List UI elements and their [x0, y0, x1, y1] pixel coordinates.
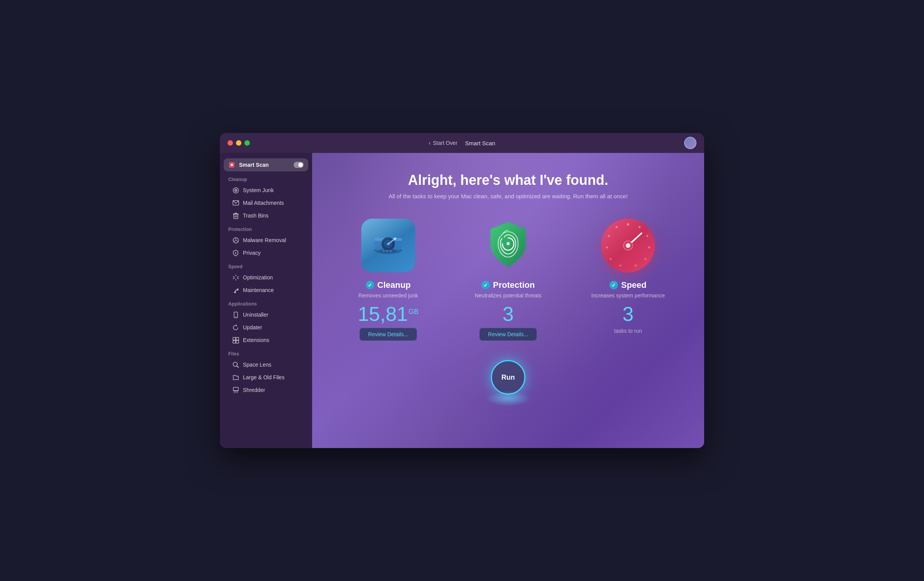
cleanup-title-row: ✓ Cleanup — [366, 280, 411, 290]
speed-check-icon: ✓ — [610, 281, 618, 289]
system-junk-icon — [232, 187, 239, 194]
sidebar-item-trash-bins[interactable]: Trash Bins — [224, 209, 308, 222]
svg-point-47 — [384, 240, 392, 248]
sidebar-item-extensions[interactable]: Extensions — [224, 334, 308, 346]
smart-scan-icon — [228, 161, 235, 168]
svg-point-64 — [606, 247, 608, 249]
smart-scan-toggle[interactable] — [294, 162, 304, 168]
svg-point-4 — [235, 190, 236, 191]
sidebar-item-mail-attachments[interactable]: Mail Attachments — [224, 197, 308, 209]
speed-tasks-label: tasks to run — [614, 328, 642, 334]
cleanup-card-icon — [361, 219, 415, 272]
cleanup-card-title: Cleanup — [377, 280, 411, 290]
optimization-label: Optimization — [243, 274, 273, 281]
main-layout: Smart Scan Cleanup System Junk — [220, 153, 704, 448]
cleanup-icon — [361, 219, 415, 272]
svg-point-15 — [235, 238, 236, 239]
malware-removal-icon — [232, 237, 239, 244]
mail-attachments-label: Mail Attachments — [243, 200, 284, 206]
svg-point-69 — [626, 243, 630, 248]
speed-card-number: 3 — [623, 304, 634, 324]
svg-rect-44 — [374, 238, 402, 250]
svg-point-43 — [374, 246, 402, 254]
speed-icon — [601, 219, 655, 272]
app-window: ‹ Start Over Smart Scan Smart Scan — [220, 133, 704, 448]
svg-point-59 — [648, 247, 650, 249]
space-lens-icon — [232, 361, 239, 368]
system-junk-label: System Junk — [243, 187, 274, 193]
svg-point-66 — [620, 265, 622, 267]
sidebar-item-shredder[interactable]: Shredder — [224, 384, 308, 396]
uninstaller-icon — [232, 311, 239, 318]
minimize-button[interactable] — [236, 140, 241, 146]
sidebar-item-space-lens[interactable]: Space Lens — [224, 359, 308, 371]
shredder-icon — [232, 387, 239, 393]
window-title: Smart Scan — [465, 140, 495, 146]
sidebar-item-privacy[interactable]: Privacy — [224, 247, 308, 259]
svg-point-46 — [381, 237, 395, 251]
cleanup-card: ✓ Cleanup Removes unneeded junk 15,81GB … — [334, 219, 442, 341]
svg-point-16 — [237, 241, 238, 242]
svg-line-20 — [234, 240, 236, 241]
start-over-button[interactable]: ‹ Start Over — [429, 140, 457, 146]
run-button[interactable]: Run — [491, 360, 525, 395]
close-button[interactable] — [228, 140, 233, 146]
svg-line-19 — [236, 240, 237, 241]
trash-bins-icon — [232, 212, 239, 219]
traffic-lights — [228, 140, 250, 146]
svg-rect-54 — [389, 250, 392, 252]
svg-point-62 — [616, 226, 618, 228]
svg-rect-33 — [236, 337, 239, 340]
cleanup-card-desc: Removes unneeded junk — [359, 292, 418, 299]
svg-rect-34 — [233, 340, 236, 343]
run-button-wrap: Run — [491, 360, 525, 395]
privacy-icon — [232, 249, 239, 256]
svg-point-31 — [235, 316, 236, 317]
protection-title-row: ✓ Protection — [482, 280, 535, 290]
section-label-cleanup: Cleanup — [220, 172, 312, 184]
speed-card-icon — [601, 219, 655, 272]
section-label-speed: Speed — [220, 259, 312, 271]
sidebar-item-system-junk[interactable]: System Junk — [224, 184, 308, 196]
sidebar-item-uninstaller[interactable]: Uninstaller — [224, 309, 308, 321]
svg-rect-52 — [382, 250, 385, 252]
svg-point-56 — [627, 223, 629, 226]
avatar-button[interactable] — [684, 137, 696, 149]
svg-rect-45 — [374, 238, 402, 241]
sidebar-item-large-old-files[interactable]: Large & Old Files — [224, 371, 308, 383]
sidebar-item-maintenance[interactable]: Maintenance — [224, 284, 308, 296]
protection-review-button[interactable]: Review Details... — [479, 328, 537, 341]
svg-point-21 — [235, 252, 236, 253]
sidebar-item-smart-scan[interactable]: Smart Scan — [224, 158, 308, 171]
svg-line-25 — [233, 276, 234, 277]
protection-card: ✓ Protection Neutralizes potential threa… — [454, 219, 562, 341]
large-old-files-icon — [232, 374, 239, 381]
sidebar: Smart Scan Cleanup System Junk — [220, 153, 312, 448]
content-area: Alright, here's what I've found. All of … — [312, 153, 704, 448]
sidebar-item-optimization[interactable]: Optimization — [224, 271, 308, 284]
svg-point-48 — [387, 242, 390, 246]
maximize-button[interactable] — [244, 140, 250, 146]
sidebar-item-updater[interactable]: Updater — [224, 321, 308, 334]
headline: Alright, here's what I've found. — [408, 172, 608, 188]
svg-line-39 — [234, 392, 234, 393]
svg-rect-38 — [233, 387, 238, 391]
svg-point-55 — [507, 242, 510, 245]
cleanup-review-button[interactable]: Review Details... — [359, 328, 417, 341]
sidebar-item-malware-removal[interactable]: Malware Removal — [224, 234, 308, 246]
protection-card-title: Protection — [493, 280, 535, 290]
trash-bins-label: Trash Bins — [243, 212, 268, 219]
protection-icon — [481, 219, 535, 272]
title-bar-center: ‹ Start Over Smart Scan — [429, 140, 495, 146]
maintenance-label: Maintenance — [243, 287, 274, 293]
svg-rect-35 — [236, 340, 239, 343]
speed-card-desc: Increases system performance — [591, 292, 665, 299]
chevron-left-icon: ‹ — [429, 140, 431, 146]
mail-attachments-icon — [232, 199, 239, 206]
svg-point-63 — [608, 235, 610, 237]
start-over-label: Start Over — [433, 140, 457, 146]
title-bar-right — [684, 137, 696, 149]
speed-card-title: Speed — [621, 280, 646, 290]
cleanup-card-number: 15,81GB — [358, 304, 419, 324]
svg-line-28 — [237, 276, 239, 277]
